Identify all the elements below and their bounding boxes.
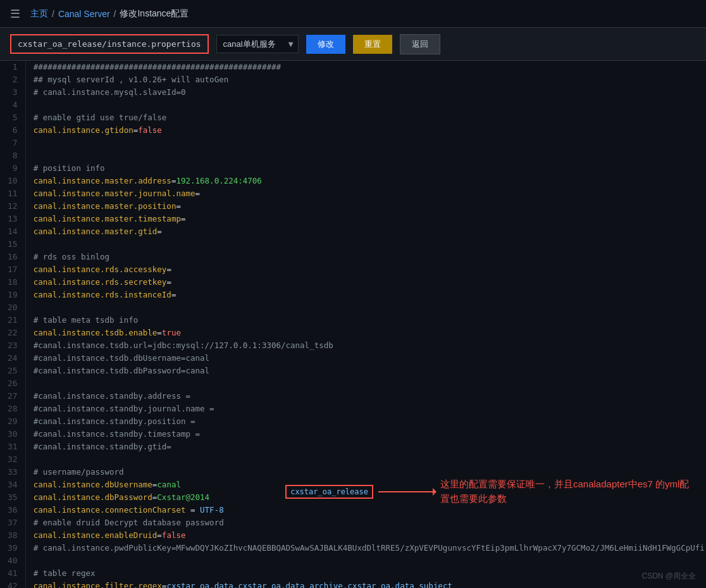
watermark: CSDN @周全全 bbox=[641, 571, 696, 582]
line-number: 25 bbox=[8, 365, 18, 377]
code-line: #canal.instance.standby.position = bbox=[34, 415, 706, 428]
breadcrumb-canal[interactable]: Canal Server bbox=[58, 9, 110, 19]
breadcrumb-sep1: / bbox=[52, 9, 54, 19]
line-number: 29 bbox=[8, 415, 18, 428]
code-line: canal.instance.rds.instanceId= bbox=[34, 289, 706, 301]
line-number: 1 bbox=[8, 61, 18, 73]
line-number: 40 bbox=[8, 554, 18, 567]
code-line: #canal.instance.standby.gtid= bbox=[34, 441, 706, 453]
line-number: 11 bbox=[8, 187, 18, 200]
line-number: 32 bbox=[8, 453, 18, 466]
back-button[interactable]: 返回 bbox=[400, 34, 440, 54]
code-line: canal.instance.master.address=192.168.0.… bbox=[34, 175, 706, 187]
code-line: # canal.instance.mysql.slaveId=0 bbox=[34, 86, 706, 99]
line-number: 15 bbox=[8, 238, 18, 251]
reset-button[interactable]: 重置 bbox=[353, 35, 392, 54]
code-line: canal.instance.rds.secretkey= bbox=[34, 276, 706, 289]
line-number: 17 bbox=[8, 263, 18, 276]
code-line: # enable gtid use true/false bbox=[34, 111, 706, 124]
line-number: 14 bbox=[8, 225, 18, 238]
code-line bbox=[34, 554, 706, 567]
line-number: 3 bbox=[8, 86, 18, 99]
line-number: 7 bbox=[8, 137, 18, 149]
code-line: #canal.instance.standby.timestamp = bbox=[34, 428, 706, 441]
line-number: 41 bbox=[8, 567, 18, 580]
line-number: 36 bbox=[8, 504, 18, 516]
line-number: 21 bbox=[8, 314, 18, 327]
service-select-wrapper[interactable]: canal单机服务 canal集群服务 ▼ bbox=[216, 35, 299, 53]
code-line: # enable druid Decrypt database password bbox=[34, 516, 706, 529]
code-line bbox=[34, 238, 706, 251]
code-line: canal.instance.master.gtid= bbox=[34, 225, 706, 238]
line-number: 20 bbox=[8, 301, 18, 314]
code-line: # rds oss binlog bbox=[34, 251, 706, 263]
filename-display: cxstar_oa_release/instance.propertios bbox=[10, 34, 209, 54]
line-number: 22 bbox=[8, 327, 18, 339]
hamburger-icon[interactable]: ☰ bbox=[10, 7, 20, 20]
code-line: canal.instance.dbUsername=canal bbox=[34, 479, 706, 491]
line-number: 8 bbox=[8, 149, 18, 162]
code-line: ## mysql serverId , v1.0.26+ will autoGe… bbox=[34, 73, 706, 86]
code-line: # username/password bbox=[34, 466, 706, 479]
code-line bbox=[34, 453, 706, 466]
modify-button[interactable]: 修改 bbox=[306, 35, 345, 54]
service-select[interactable]: canal单机服务 canal集群服务 bbox=[216, 35, 299, 53]
line-number: 34 bbox=[8, 479, 18, 491]
line-number: 35 bbox=[8, 491, 18, 504]
code-line bbox=[34, 301, 706, 314]
line-number: 31 bbox=[8, 441, 18, 453]
code-line: canal.instance.dbPassword=Cxstar@2014 bbox=[34, 491, 706, 504]
code-line bbox=[34, 137, 706, 149]
code-line: canal.instance.connectionCharset = UTF-8 bbox=[34, 504, 706, 516]
line-number: 12 bbox=[8, 200, 18, 213]
line-number: 18 bbox=[8, 276, 18, 289]
line-number: 16 bbox=[8, 251, 18, 263]
line-number: 37 bbox=[8, 516, 18, 529]
line-number: 4 bbox=[8, 99, 18, 111]
line-number: 33 bbox=[8, 466, 18, 479]
header-bar: ☰ 主页 / Canal Server / 修改Instance配置 bbox=[0, 0, 706, 28]
code-line: #canal.instance.standby.journal.name = bbox=[34, 403, 706, 415]
line-number: 42 bbox=[8, 580, 18, 588]
line-number: 26 bbox=[8, 377, 18, 390]
code-line: # table meta tsdb info bbox=[34, 314, 706, 327]
code-line: canal.instance.rds.accesskey= bbox=[34, 263, 706, 276]
code-line bbox=[34, 377, 706, 390]
line-number: 13 bbox=[8, 213, 18, 225]
code-editor: 1234567891011121314151617181920212223242… bbox=[0, 61, 706, 588]
line-number: 2 bbox=[8, 73, 18, 86]
line-number: 10 bbox=[8, 175, 18, 187]
line-number: 27 bbox=[8, 390, 18, 403]
line-number: 39 bbox=[8, 542, 18, 554]
line-number: 30 bbox=[8, 428, 18, 441]
toolbar: cxstar_oa_release/instance.propertios ca… bbox=[0, 28, 706, 61]
code-line: # table regex bbox=[34, 567, 706, 580]
code-line: #canal.instance.tsdb.dbPassword=canal bbox=[34, 365, 706, 377]
code-line: # position info bbox=[34, 162, 706, 175]
breadcrumb-sep2: / bbox=[114, 9, 116, 19]
breadcrumb-current: 修改Instance配置 bbox=[120, 8, 189, 20]
line-number: 9 bbox=[8, 162, 18, 175]
code-line: canal.instance.enableDruid=false bbox=[34, 529, 706, 542]
line-numbers: 1234567891011121314151617181920212223242… bbox=[0, 61, 26, 588]
code-line: canal.instance.gtidon=false bbox=[34, 124, 706, 137]
breadcrumb: 主页 / Canal Server / 修改Instance配置 bbox=[30, 8, 189, 20]
code-line: canal.instance.tsdb.enable=true bbox=[34, 327, 706, 339]
code-line: #canal.instance.tsdb.dbUsername=canal bbox=[34, 352, 706, 365]
line-number: 38 bbox=[8, 529, 18, 542]
line-number: 24 bbox=[8, 352, 18, 365]
code-content[interactable]: ########################################… bbox=[26, 61, 706, 588]
code-line: canal.instance.master.timestamp= bbox=[34, 213, 706, 225]
code-line: canal.instance.master.position= bbox=[34, 200, 706, 213]
code-line: canal.instance.filter.regex=cxstar_oa.da… bbox=[34, 580, 706, 588]
code-line: #canal.instance.tsdb.url=jdbc:mysql://12… bbox=[34, 339, 706, 352]
code-line bbox=[34, 149, 706, 162]
line-number: 5 bbox=[8, 111, 18, 124]
code-line: # canal.instance.pwdPublicKey=MFwwDQYJKo… bbox=[34, 542, 706, 554]
code-line: #canal.instance.standby.address = bbox=[34, 390, 706, 403]
breadcrumb-home[interactable]: 主页 bbox=[30, 8, 48, 20]
code-line: ########################################… bbox=[34, 61, 706, 73]
code-line bbox=[34, 99, 706, 111]
line-number: 19 bbox=[8, 289, 18, 301]
line-number: 6 bbox=[8, 124, 18, 137]
